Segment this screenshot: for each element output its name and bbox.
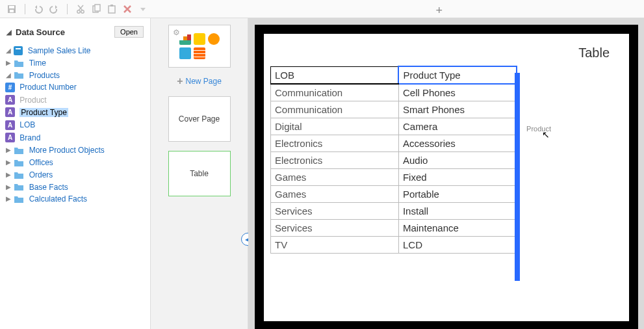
- tree-node-more-products[interactable]: ▶ More Product Objects: [5, 144, 145, 156]
- attribute-icon: A: [5, 133, 15, 142]
- report-page[interactable]: Table LOB Product Type CommunicationCell…: [255, 25, 638, 329]
- svg-rect-6: [95, 5, 100, 11]
- table-cell[interactable]: Electronics: [271, 152, 399, 169]
- palette-columnchart-icon[interactable]: [194, 33, 205, 45]
- table-cell[interactable]: Services: [271, 220, 399, 237]
- page-thumb-cover[interactable]: Cover Page: [168, 96, 231, 142]
- tree-node-root[interactable]: ◢ Sample Sales Lite: [5, 44, 145, 57]
- table-cell[interactable]: Games: [271, 186, 399, 203]
- table-cell[interactable]: Cell Phones: [398, 84, 517, 101]
- chevron-right-icon[interactable]: ▶: [5, 171, 12, 178]
- tree-label[interactable]: LOB: [19, 120, 35, 129]
- tree-label[interactable]: Calculated Facts: [29, 194, 87, 204]
- table-row[interactable]: ElectronicsAudio: [271, 152, 517, 169]
- tree-node-product[interactable]: A Product: [5, 94, 145, 106]
- table-row[interactable]: ElectronicsAccessories: [271, 135, 517, 152]
- table-cell[interactable]: Fixed: [398, 169, 517, 186]
- table-cell[interactable]: Accessories: [398, 135, 517, 152]
- table-cell[interactable]: Audio: [398, 152, 517, 169]
- table-row[interactable]: ServicesMaintenance: [271, 220, 517, 237]
- tree-node-calc-facts[interactable]: ▶ Calculated Facts: [5, 192, 145, 205]
- tree-node-time[interactable]: ▶ Time: [5, 57, 145, 69]
- table-cell[interactable]: LCD: [398, 237, 517, 254]
- paste-icon[interactable]: [107, 4, 117, 14]
- folder-icon: [14, 70, 24, 79]
- chevron-right-icon[interactable]: ▶: [5, 195, 12, 202]
- table-cell[interactable]: Communication: [271, 84, 399, 101]
- table-row[interactable]: CommunicationSmart Phones: [271, 101, 517, 118]
- table-cell[interactable]: Camera: [398, 118, 517, 135]
- plus-icon: +: [177, 75, 183, 87]
- table-cell[interactable]: Services: [271, 203, 399, 220]
- table-cell[interactable]: Portable: [398, 186, 517, 203]
- tree-label[interactable]: Orders: [29, 170, 53, 179]
- cut-icon[interactable]: [75, 4, 86, 14]
- tree-label[interactable]: Product: [19, 96, 46, 105]
- tree-label[interactable]: Base Facts: [29, 182, 68, 191]
- top-toolbar: +: [0, 0, 644, 18]
- table-cell[interactable]: Install: [398, 203, 517, 220]
- palette-book-icon[interactable]: [179, 47, 191, 59]
- tree-label[interactable]: Products: [29, 70, 60, 79]
- chevron-down-icon[interactable]: ◢: [5, 72, 12, 79]
- table-row[interactable]: GamesPortable: [271, 186, 517, 203]
- table-row[interactable]: ServicesInstall: [271, 203, 517, 220]
- folder-icon: [14, 158, 24, 167]
- add-tab-icon[interactable]: +: [435, 4, 443, 18]
- collapse-icon[interactable]: ◢: [6, 29, 12, 36]
- table-row[interactable]: CommunicationCell Phones: [271, 84, 517, 101]
- copy-icon[interactable]: [91, 4, 101, 14]
- table-row[interactable]: GamesFixed: [271, 169, 517, 186]
- table-row[interactable]: TVLCD: [271, 237, 517, 254]
- page-thumb-table[interactable]: Table: [168, 151, 231, 196]
- tree-label[interactable]: Offices: [29, 158, 53, 167]
- table-row[interactable]: DigitalCamera: [271, 118, 517, 135]
- separator: [67, 4, 68, 14]
- table-cell[interactable]: Maintenance: [398, 220, 517, 237]
- tree-label[interactable]: More Product Objects: [29, 146, 105, 155]
- table-header[interactable]: Product Type: [398, 66, 517, 84]
- database-icon: [14, 46, 23, 55]
- tree-label[interactable]: Product Number: [19, 83, 76, 92]
- data-table[interactable]: LOB Product Type CommunicationCell Phone…: [270, 66, 517, 254]
- attribute-icon: A: [5, 107, 15, 117]
- save-icon[interactable]: [6, 4, 17, 14]
- undo-icon[interactable]: [33, 4, 44, 14]
- palette-barchart-icon[interactable]: [179, 33, 191, 45]
- delete-icon[interactable]: [122, 4, 133, 14]
- tree-label-selected[interactable]: Product Type: [19, 108, 68, 117]
- chevron-right-icon[interactable]: ▶: [5, 183, 12, 191]
- tree-node-lob[interactable]: A LOB: [5, 118, 145, 131]
- tree-label[interactable]: Time: [29, 59, 46, 68]
- tree-label[interactable]: Brand: [19, 133, 40, 142]
- chevron-right-icon[interactable]: ▶: [5, 159, 12, 166]
- workspace: ◢ Data Source Open ◢ Sample Sales Lite ▶…: [0, 18, 644, 329]
- tree-node-product-number[interactable]: # Product Number: [5, 81, 145, 93]
- table-cell[interactable]: Games: [271, 169, 399, 186]
- table-header[interactable]: LOB: [271, 66, 399, 84]
- viz-palette[interactable]: ⚙: [168, 25, 231, 68]
- palette-grid-icon[interactable]: [194, 47, 205, 59]
- new-page-button[interactable]: + New Page: [177, 75, 222, 87]
- table-cell[interactable]: Communication: [271, 101, 399, 118]
- chevron-right-icon[interactable]: ▶: [5, 59, 12, 66]
- gear-icon[interactable]: ⚙: [173, 28, 180, 37]
- tree-node-offices[interactable]: ▶ Offices: [5, 156, 145, 168]
- table-cell[interactable]: Electronics: [271, 135, 399, 152]
- dropdown-icon[interactable]: [138, 4, 148, 14]
- palette-play-icon[interactable]: [208, 33, 220, 45]
- table-cell[interactable]: Smart Phones: [398, 101, 517, 118]
- tree-node-base-facts[interactable]: ▶ Base Facts: [5, 181, 145, 193]
- open-button[interactable]: Open: [114, 26, 144, 38]
- redo-icon[interactable]: [49, 4, 59, 14]
- tree-node-orders[interactable]: ▶ Orders: [5, 168, 145, 181]
- tree-node-brand[interactable]: A Brand: [5, 131, 145, 144]
- tree-label[interactable]: Sample Sales Lite: [28, 46, 91, 55]
- tree-node-product-type[interactable]: A Product Type: [5, 106, 145, 118]
- table-cell[interactable]: TV: [271, 237, 399, 254]
- table-cell[interactable]: Digital: [271, 118, 399, 135]
- tree-node-products[interactable]: ◢ Products: [5, 69, 145, 81]
- chevron-down-icon[interactable]: ◢: [5, 47, 12, 54]
- chevron-right-icon[interactable]: ▶: [5, 146, 12, 153]
- data-source-header: ◢ Data Source Open: [5, 23, 145, 44]
